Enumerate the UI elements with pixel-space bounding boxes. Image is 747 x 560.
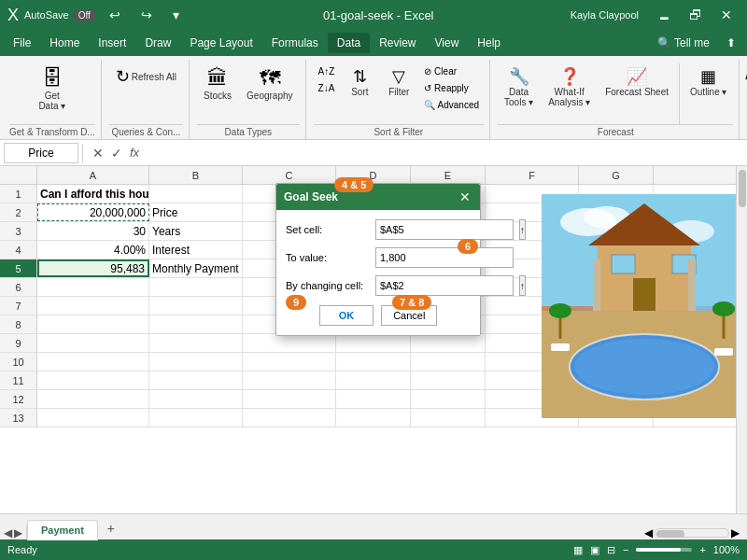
col-header-e[interactable]: E	[411, 166, 486, 184]
zoom-in-button[interactable]: +	[699, 544, 705, 555]
h-scrollbar-thumb[interactable]	[656, 530, 684, 538]
cell-a1[interactable]: Can I afford this house?	[37, 185, 149, 203]
cell-a5[interactable]: 95,483	[37, 259, 149, 277]
cell-b7[interactable]	[149, 297, 243, 315]
zoom-out-button[interactable]: −	[623, 544, 628, 555]
cell-a12[interactable]	[37, 390, 149, 408]
col-header-g[interactable]: G	[579, 166, 654, 184]
confirm-icon[interactable]: ✓	[109, 146, 124, 161]
menu-view[interactable]: View	[426, 33, 469, 53]
customize-button[interactable]: ▾	[165, 6, 187, 24]
dialog-ok-button[interactable]: OK	[319, 305, 374, 326]
cell-a4[interactable]: 4.00%	[37, 241, 149, 259]
ribbon-share-button[interactable]: ⬆	[719, 35, 743, 51]
undo-button[interactable]: ↩	[102, 6, 128, 24]
cell-d13[interactable]	[336, 409, 411, 427]
cell-b5[interactable]: Monthly Payment	[149, 259, 243, 277]
cell-a2[interactable]: 20,000,000	[37, 203, 149, 221]
cell-e10[interactable]	[411, 353, 486, 371]
cell-b9[interactable]	[149, 334, 243, 352]
cell-d12[interactable]	[336, 390, 411, 408]
cell-b13[interactable]	[149, 409, 243, 427]
refresh-button[interactable]: ↻ Refresh All	[109, 63, 183, 90]
cell-c10[interactable]	[243, 353, 336, 371]
cell-b11[interactable]	[149, 371, 243, 389]
cell-a8[interactable]	[37, 315, 149, 333]
cell-a3[interactable]: 30	[37, 222, 149, 240]
cell-e9[interactable]	[411, 334, 486, 352]
cell-c11[interactable]	[243, 371, 336, 389]
cell-e11[interactable]	[411, 371, 486, 389]
col-header-a[interactable]: A	[37, 166, 149, 184]
tab-scroll-right-button[interactable]: ▶	[14, 526, 22, 539]
cell-b10[interactable]	[149, 353, 243, 371]
advanced-button[interactable]: 🔍 Advanced	[419, 97, 484, 113]
set-cell-collapse-button[interactable]: ↑	[519, 219, 526, 240]
menu-home[interactable]: Home	[40, 33, 89, 53]
formula-fx-icon[interactable]: fx	[128, 146, 141, 161]
data-tools-button[interactable]: 🔧 DataTools ▾	[498, 63, 540, 112]
by-changing-input[interactable]	[375, 275, 514, 296]
cell-b4[interactable]: Interest	[149, 241, 243, 259]
horizontal-scrollbar[interactable]	[655, 528, 729, 538]
set-cell-input[interactable]	[375, 219, 514, 240]
sheet-tab-payment[interactable]: Payment	[27, 520, 98, 540]
cell-a13[interactable]	[37, 409, 149, 427]
menu-draw[interactable]: Draw	[135, 33, 180, 53]
by-changing-collapse-button[interactable]: ↑	[519, 275, 526, 296]
page-break-view-icon[interactable]: ⊟	[607, 544, 615, 556]
name-box[interactable]	[4, 143, 78, 163]
dialog-close-button[interactable]: ✕	[458, 189, 472, 204]
collapse-ribbon-button[interactable]: ∧	[743, 63, 747, 84]
cell-a6[interactable]	[37, 278, 149, 296]
sort-za-button[interactable]: Z↓A	[314, 80, 340, 96]
col-header-b[interactable]: B	[149, 166, 243, 184]
add-sheet-button[interactable]: +	[100, 517, 122, 539]
tab-scroll-left-button[interactable]: ◀	[4, 526, 12, 539]
cell-b12[interactable]	[149, 390, 243, 408]
cancel-icon[interactable]: ✕	[91, 146, 106, 161]
h-scroll-right-button[interactable]: ▶	[731, 526, 740, 539]
vertical-scrollbar[interactable]	[736, 166, 747, 513]
page-layout-view-icon[interactable]: ▣	[590, 544, 599, 556]
cell-d10[interactable]	[336, 353, 411, 371]
close-button[interactable]: ✕	[713, 6, 740, 24]
stocks-button[interactable]: 🏛 Stocks	[197, 63, 238, 105]
restore-button[interactable]: 🗗	[682, 6, 710, 24]
to-value-input[interactable]	[375, 247, 514, 268]
cell-b1[interactable]	[149, 185, 243, 203]
outline-button[interactable]: ▦ Outline ▾	[684, 63, 733, 102]
col-header-c[interactable]: C	[243, 166, 336, 184]
formula-input[interactable]	[145, 145, 743, 161]
normal-view-icon[interactable]: ▦	[573, 544, 583, 556]
geography-button[interactable]: 🗺 Geography	[240, 63, 299, 105]
col-header-f[interactable]: F	[486, 166, 579, 184]
cell-b3[interactable]: Years	[149, 222, 243, 240]
cell-c13[interactable]	[243, 409, 336, 427]
redo-button[interactable]: ↪	[134, 6, 160, 24]
cell-a7[interactable]	[37, 297, 149, 315]
cell-c12[interactable]	[243, 390, 336, 408]
menu-data[interactable]: Data	[328, 33, 370, 53]
menu-help[interactable]: Help	[468, 33, 510, 53]
filter-button[interactable]: ▽ Filter	[380, 63, 417, 102]
cell-e12[interactable]	[411, 390, 486, 408]
cell-c9[interactable]	[243, 334, 336, 352]
clear-button[interactable]: ⊘ Clear	[419, 63, 484, 79]
forecast-sheet-button[interactable]: 📈 Forecast Sheet	[599, 63, 675, 102]
menu-formulas[interactable]: Formulas	[262, 33, 328, 53]
what-if-button[interactable]: ❓ What-IfAnalysis ▾	[542, 63, 597, 112]
menu-insert[interactable]: Insert	[89, 33, 135, 53]
cell-e13[interactable]	[411, 409, 486, 427]
zoom-slider[interactable]	[636, 548, 692, 552]
get-data-button[interactable]: 🗄 GetData ▾	[32, 63, 72, 116]
cell-b8[interactable]	[149, 315, 243, 333]
minimize-button[interactable]: 🗕	[650, 6, 678, 24]
menu-file[interactable]: File	[4, 33, 40, 53]
cell-d11[interactable]	[336, 371, 411, 389]
menu-page-layout[interactable]: Page Layout	[180, 33, 261, 53]
cell-b6[interactable]	[149, 278, 243, 296]
cell-b2[interactable]: Price	[149, 203, 243, 221]
h-scroll-left-button[interactable]: ◀	[644, 526, 653, 539]
cell-a11[interactable]	[37, 371, 149, 389]
